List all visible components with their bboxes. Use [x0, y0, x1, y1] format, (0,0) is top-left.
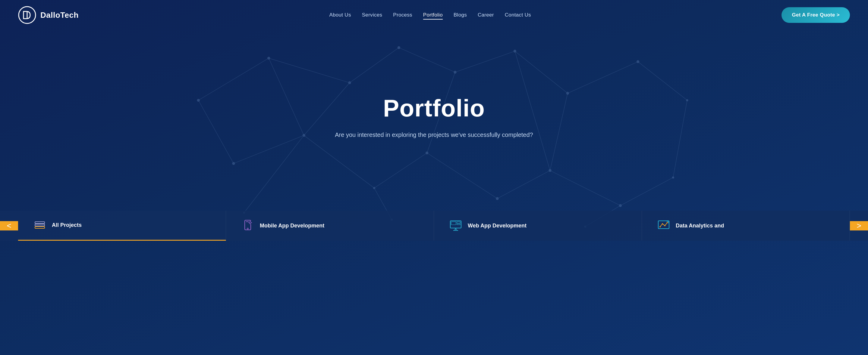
hero-subtitle: Are you interested in exploring the proj…: [335, 130, 533, 140]
svg-rect-63: [451, 222, 456, 225]
mobile-icon: [241, 218, 255, 233]
svg-point-25: [267, 57, 270, 60]
nav-links: About Us Services Process Portfolio Blog…: [329, 12, 531, 18]
web-app-label: Web App Development: [468, 223, 527, 229]
hero-title: Portfolio: [335, 95, 533, 121]
svg-point-40: [672, 177, 674, 179]
navbar: DalloTech About Us Services Process Port…: [0, 0, 868, 30]
svg-point-38: [549, 169, 551, 172]
mobile-app-label: Mobile App Development: [260, 223, 324, 229]
svg-line-5: [399, 47, 455, 72]
svg-line-18: [550, 93, 567, 171]
svg-rect-47: [35, 226, 44, 228]
svg-point-68: [659, 226, 661, 227]
svg-point-70: [664, 225, 665, 226]
svg-line-14: [374, 153, 427, 188]
svg-point-37: [496, 197, 498, 200]
svg-line-19: [550, 171, 620, 206]
svg-point-26: [348, 81, 351, 84]
nav-item-portfolio[interactable]: Portfolio: [423, 12, 443, 18]
all-projects-label: All Projects: [52, 222, 82, 228]
svg-line-22: [269, 58, 304, 135]
svg-point-35: [373, 187, 375, 189]
svg-line-8: [567, 62, 638, 93]
next-arrow-button[interactable]: >: [850, 221, 868, 230]
get-free-quote-button[interactable]: Get A Free Quote >: [781, 7, 850, 23]
category-bar: < All Projects: [0, 211, 868, 241]
monitor-icon: [448, 218, 463, 233]
svg-point-51: [247, 228, 248, 229]
nav-item-blogs[interactable]: Blogs: [454, 12, 467, 18]
svg-point-36: [426, 152, 428, 154]
svg-line-44: [244, 135, 304, 213]
svg-line-4: [350, 47, 399, 83]
chart-icon: [656, 218, 671, 233]
svg-line-3: [269, 58, 350, 83]
svg-point-28: [454, 71, 456, 73]
svg-point-31: [637, 60, 639, 63]
svg-point-33: [232, 162, 235, 165]
prev-arrow-button[interactable]: <: [0, 221, 18, 230]
svg-point-24: [197, 99, 200, 102]
nav-item-services[interactable]: Services: [362, 12, 382, 18]
svg-line-16: [427, 153, 497, 199]
data-analytics-label: Data Analytics and: [676, 223, 724, 229]
svg-line-17: [497, 171, 550, 199]
category-web-app[interactable]: Web App Development: [434, 211, 642, 241]
svg-line-20: [620, 178, 673, 206]
svg-line-11: [234, 135, 304, 163]
category-items: All Projects: [18, 211, 850, 241]
svg-point-30: [566, 92, 569, 95]
svg-point-39: [619, 204, 622, 207]
svg-point-34: [303, 134, 305, 137]
brand-name: DalloTech: [40, 10, 79, 20]
category-data-analytics[interactable]: Data Analytics and: [642, 211, 850, 241]
nav-item-about-us[interactable]: About Us: [329, 12, 351, 18]
svg-line-21: [673, 100, 687, 178]
svg-line-13: [304, 135, 374, 188]
nav-item-career[interactable]: Career: [478, 12, 494, 18]
logo-area: DalloTech: [18, 6, 79, 24]
svg-point-32: [686, 99, 688, 101]
svg-line-7: [515, 51, 567, 93]
svg-point-27: [398, 46, 400, 49]
hero-content: Portfolio Are you interested in explorin…: [335, 95, 533, 140]
svg-point-29: [514, 50, 516, 52]
svg-point-71: [667, 222, 668, 223]
hero-section: Portfolio Are you interested in explorin…: [0, 30, 868, 241]
nav-item-process[interactable]: Process: [393, 12, 412, 18]
svg-line-6: [455, 51, 515, 72]
svg-line-9: [638, 62, 687, 100]
nav-item-contact-us[interactable]: Contact Us: [505, 12, 531, 18]
svg-point-69: [662, 223, 663, 224]
svg-rect-64: [457, 222, 460, 223]
category-mobile-app[interactable]: Mobile App Development: [226, 211, 434, 241]
svg-line-10: [198, 100, 234, 163]
logo-icon: [18, 6, 36, 24]
svg-rect-49: [35, 222, 44, 223]
svg-rect-48: [35, 224, 44, 226]
svg-line-2: [198, 58, 269, 100]
svg-rect-65: [457, 224, 460, 225]
layers-icon: [33, 218, 47, 233]
category-all-projects[interactable]: All Projects: [18, 211, 226, 241]
